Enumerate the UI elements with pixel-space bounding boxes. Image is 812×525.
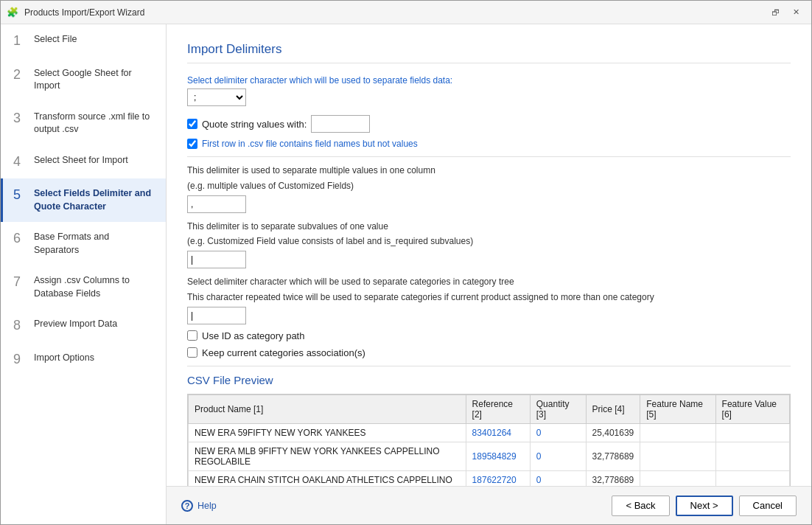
keep-assoc-checkbox[interactable] [187,347,197,358]
keep-assoc-label: Keep current categories association(s) [202,347,365,358]
quote-checkbox-row: Quote string values with: [187,115,791,133]
sidebar-item-7[interactable]: 7 Assign .csv Columns to Database Fields [1,265,166,309]
subvalue-input[interactable] [187,251,246,268]
table-cell: 83401264 [466,423,530,442]
table-header: Price [4] [586,394,640,423]
next-button[interactable]: Next > [676,496,733,516]
firstrow-label: First row in .csv file contains field na… [202,139,418,149]
subvalue-note1: This delimiter is to separate subvalues … [187,220,791,233]
csv-preview-table: Product Name [1]Reference [2]Quantity [3… [187,394,791,486]
restore-button[interactable]: 🗗 [766,4,785,21]
table-head: Product Name [1]Reference [2]Quantity [3… [189,394,790,423]
use-id-checkbox[interactable] [187,330,197,341]
sidebar-item-3[interactable]: 3 Transform source .xml file to output .… [1,102,166,145]
multivalue-note2: (e.g. multiple values of Customized Fiel… [187,180,791,192]
sidebar-label-3: Transform source .xml file to output .cs… [34,111,155,136]
delimiter-label: Select delimiter character which will be… [187,75,791,86]
use-id-row: Use ID as category path [187,330,791,341]
sidebar-item-5[interactable]: 5 Select Fields Delimiter and Quote Char… [1,178,166,222]
sidebar-num-8: 8 [13,318,27,334]
table-cell: 0 [530,423,586,442]
table-cell: 189584829 [466,442,530,470]
sidebar: 1 Select File 2 Select Google Sheet for … [1,24,167,524]
sidebar-item-6[interactable]: 6 Base Formats and Separators [1,222,166,265]
table-cell: 0 [530,442,586,470]
sidebar-num-2: 2 [13,67,27,83]
preview-table: Product Name [1]Reference [2]Quantity [3… [188,394,790,486]
table-row: NEW ERA MLB 9FIFTY NEW YORK YANKEES CAPP… [189,442,790,470]
table-cell [640,470,715,486]
table-header: Reference [2] [466,394,530,423]
sidebar-num-5: 5 [13,187,27,204]
sidebar-label-8: Preview Import Data [34,318,117,331]
table-header-row: Product Name [1]Reference [2]Quantity [3… [189,394,790,423]
category-input[interactable] [187,307,246,324]
table-body: NEW ERA 59FIFTY NEW YORK YANKEES83401264… [189,423,790,486]
table-header: Product Name [1] [189,394,466,423]
help-label: Help [197,501,217,511]
table-cell: 0 [530,470,586,486]
table-cell [715,442,789,470]
table-cell: 187622720 [466,470,530,486]
help-link[interactable]: ? Help [181,500,612,512]
sidebar-num-1: 1 [13,33,27,49]
cancel-button[interactable]: Cancel [739,496,797,516]
table-header: Feature Name [5] [640,394,715,423]
sidebar-item-2[interactable]: 2 Select Google Sheet for Import [1,58,166,102]
multivalue-note1: This delimiter is used to separate multi… [187,164,791,177]
quote-input[interactable] [311,115,370,133]
sidebar-label-4: Select Sheet for Import [34,154,128,167]
back-button[interactable]: < Back [612,496,669,516]
sidebar-item-8[interactable]: 8 Preview Import Data [1,309,166,343]
help-icon: ? [181,500,193,512]
title-bar: 🧩 Products Import/Export Wizard 🗗 ✕ [1,1,811,24]
title-bar-text: Products Import/Export Wizard [24,7,760,18]
quote-label: Quote string values with: [202,119,307,130]
use-id-label: Use ID as category path [202,330,304,341]
page-title: Import Delimiters [187,42,791,63]
quote-checkbox[interactable] [187,119,197,129]
multivalue-input[interactable] [187,195,246,213]
table-cell [715,470,789,486]
sidebar-item-1[interactable]: 1 Select File [1,24,166,58]
table-row: NEW ERA CHAIN STITCH OAKLAND ATHLETICS C… [189,470,790,486]
footer: ? Help < Back Next > Cancel [167,486,811,524]
sidebar-item-4[interactable]: 4 Select Sheet for Import [1,145,166,179]
category-label2: This character repeated twice will be us… [187,291,791,304]
right-panel: Import Delimiters Select delimiter chara… [167,24,811,524]
category-label1: Select delimiter character which will be… [187,276,791,288]
main-content: 1 Select File 2 Select Google Sheet for … [1,24,811,524]
table-cell [640,423,715,442]
sidebar-label-6: Base Formats and Separators [34,231,155,257]
firstrow-checkbox[interactable] [187,139,197,149]
table-header: Quantity [3] [530,394,586,423]
table-cell: 32,778689 [586,470,640,486]
divider1 [187,156,791,157]
footer-buttons: < Back Next > Cancel [612,496,797,516]
sidebar-label-9: Import Options [34,352,94,365]
keep-assoc-row: Keep current categories association(s) [187,347,791,358]
delimiter-select[interactable]: ; , | [187,88,246,106]
preview-title: CSV File Preview [187,374,791,386]
divider2 [187,366,791,366]
app-icon: 🧩 [7,7,18,18]
sidebar-num-7: 7 [13,274,27,291]
table-cell [715,423,789,442]
sidebar-label-2: Select Google Sheet for Import [34,67,155,93]
table-row: NEW ERA 59FIFTY NEW YORK YANKEES83401264… [189,423,790,442]
content-area: Import Delimiters Select delimiter chara… [167,24,811,486]
table-cell: NEW ERA CHAIN STITCH OAKLAND ATHLETICS C… [189,470,466,486]
close-button[interactable]: ✕ [786,4,805,21]
firstrow-checkbox-row: First row in .csv file contains field na… [187,139,791,149]
table-cell [640,442,715,470]
delimiter-group: Select delimiter character which will be… [187,75,791,106]
sidebar-num-3: 3 [13,111,27,127]
subvalue-note2: (e.g. Customized Field value consists of… [187,235,791,248]
table-cell: 32,778689 [586,442,640,470]
sidebar-label-1: Select File [34,33,77,46]
sidebar-label-5: Select Fields Delimiter and Quote Charac… [34,187,155,213]
sidebar-num-4: 4 [13,154,27,170]
app-window: 🧩 Products Import/Export Wizard 🗗 ✕ 1 Se… [0,0,812,525]
sidebar-num-6: 6 [13,231,27,247]
sidebar-item-9[interactable]: 9 Import Options [1,343,166,377]
